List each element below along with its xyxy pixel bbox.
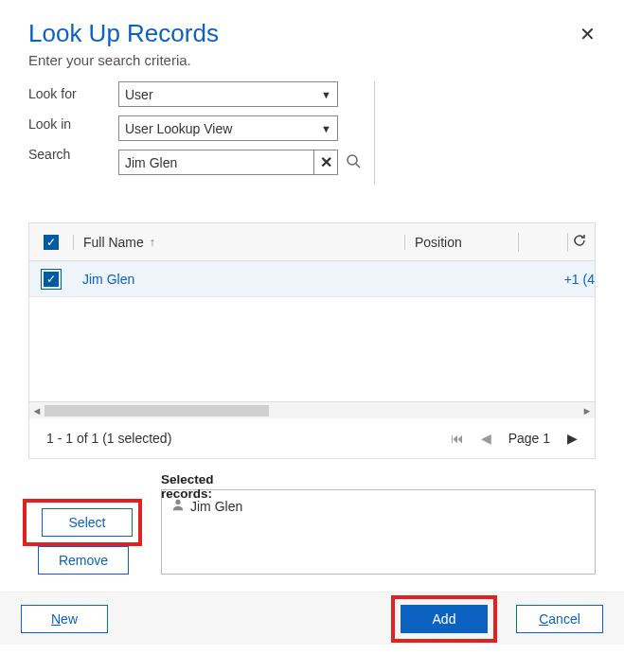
look-in-value: User Lookup View <box>125 121 232 136</box>
selected-records-label: Selected records: <box>161 472 214 501</box>
svg-point-0 <box>348 155 357 165</box>
remove-button[interactable]: Remove <box>38 546 129 575</box>
close-icon[interactable]: ✕ <box>579 25 596 44</box>
look-for-select[interactable]: User ▼ <box>118 81 338 107</box>
row-checkbox[interactable]: ✓ <box>44 272 59 287</box>
chevron-down-icon: ▼ <box>321 123 331 134</box>
look-for-value: User <box>125 87 153 102</box>
look-in-label: Look in <box>28 116 118 132</box>
add-button[interactable]: Add <box>401 605 488 633</box>
column-full-name-label: Full Name <box>83 235 144 250</box>
svg-line-1 <box>356 164 360 168</box>
dialog-subtitle: Enter your search criteria. <box>28 52 596 68</box>
next-page-icon[interactable]: ▶ <box>567 431 578 446</box>
highlight-add: Add <box>391 595 497 643</box>
results-grid: ✓ Full Name ↑ Position ✓ Ji <box>28 222 596 459</box>
cancel-button-rest: ancel <box>548 611 579 627</box>
first-page-icon[interactable]: ⏮ <box>451 431 464 446</box>
sort-asc-icon: ↑ <box>150 236 155 249</box>
clear-search-icon[interactable]: ✕ <box>313 150 337 174</box>
new-button-rest: ew <box>61 611 78 627</box>
new-button-mnemonic: N <box>51 611 61 627</box>
scroll-right-icon[interactable]: ► <box>579 405 595 416</box>
highlight-select: Select <box>23 499 142 546</box>
new-button[interactable]: New <box>21 605 108 633</box>
cancel-button-mnemonic: C <box>539 611 548 627</box>
table-row[interactable]: ✓ Jim Glen +1 (4 <box>29 261 595 297</box>
cancel-button[interactable]: Cancel <box>516 605 603 633</box>
pager-status: 1 - 1 of 1 (1 selected) <box>46 431 171 446</box>
selected-records-box[interactable]: Jim Glen <box>161 489 596 575</box>
scroll-left-icon[interactable]: ◄ <box>29 405 45 416</box>
search-label: Search <box>28 147 118 162</box>
scroll-thumb[interactable] <box>45 405 269 416</box>
horizontal-scrollbar[interactable]: ◄ ► <box>29 401 595 418</box>
refresh-icon[interactable] <box>572 233 587 251</box>
row-phone[interactable]: +1 (4 <box>518 272 595 287</box>
column-full-name[interactable]: Full Name ↑ <box>73 235 404 250</box>
dialog-title: Look Up Records <box>28 19 219 48</box>
column-position-label: Position <box>415 235 462 250</box>
column-position[interactable]: Position <box>404 235 518 250</box>
select-button[interactable]: Select <box>42 508 133 537</box>
row-full-name[interactable]: Jim Glen <box>73 272 404 287</box>
look-in-select[interactable]: User Lookup View ▼ <box>118 115 338 141</box>
look-for-label: Look for <box>28 86 118 101</box>
search-input[interactable] <box>118 150 338 175</box>
selected-item[interactable]: Jim Glen <box>171 498 585 514</box>
chevron-down-icon: ▼ <box>321 89 331 100</box>
search-icon[interactable] <box>346 153 361 171</box>
prev-page-icon[interactable]: ◀ <box>481 431 491 446</box>
select-all-checkbox[interactable]: ✓ <box>44 235 59 250</box>
page-label: Page 1 <box>508 431 550 446</box>
